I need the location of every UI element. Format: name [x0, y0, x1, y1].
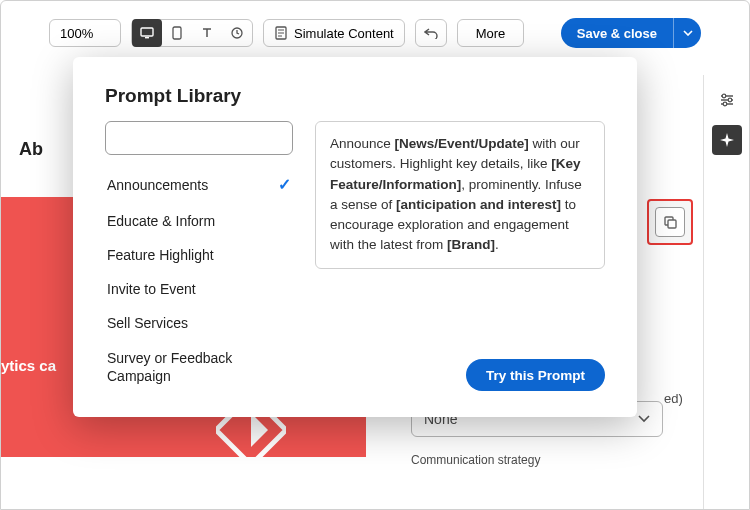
check-icon: ✓ [278, 175, 291, 196]
text-view-button[interactable] [192, 19, 222, 47]
svg-rect-1 [145, 37, 149, 38]
bg-suffix: ed) [664, 391, 683, 406]
undo-button[interactable] [415, 19, 447, 47]
prompt-item[interactable]: Survey or Feedback Campaign [105, 341, 293, 391]
preview-text: Announce [330, 136, 395, 151]
prompt-list: Announcements✓Educate & InformFeature Hi… [105, 167, 293, 391]
desktop-view-button[interactable] [132, 19, 162, 47]
prompt-item[interactable]: Announcements✓ [105, 167, 293, 204]
prompt-preview: Announce [News/Event/Update] with our cu… [315, 121, 605, 269]
preview-text: . [495, 237, 499, 252]
simulate-content-button[interactable]: Simulate Content [263, 19, 405, 47]
svg-point-5 [722, 94, 726, 98]
sliders-icon [718, 91, 736, 109]
preview-bold: [anticipation and interest] [396, 197, 561, 212]
prompt-item-label: Survey or Feedback Campaign [107, 349, 291, 385]
prompt-item-label: Sell Services [107, 314, 188, 332]
search-wrap [105, 121, 293, 155]
ai-rail-button[interactable] [712, 125, 742, 155]
preview-bold: [Brand] [447, 237, 495, 252]
comm-strategy-label: Communication strategy [411, 453, 691, 467]
svg-point-7 [723, 102, 727, 106]
properties-rail-button[interactable] [712, 85, 742, 115]
more-label: More [476, 26, 506, 41]
copy-callout [647, 199, 693, 245]
right-rail [703, 75, 749, 509]
copy-button[interactable] [655, 207, 685, 237]
prompt-item[interactable]: Invite to Event [105, 272, 293, 306]
more-button[interactable]: More [457, 19, 525, 47]
zoom-dropdown[interactable]: 100% [49, 19, 121, 47]
bg-red-text: ytics ca [1, 357, 56, 374]
copy-icon [662, 214, 678, 230]
save-close-dropdown[interactable] [673, 18, 701, 48]
chevron-down-icon [638, 415, 650, 423]
time-view-button[interactable] [222, 19, 252, 47]
modal-right-column: Announce [News/Event/Update] with our cu… [315, 121, 605, 391]
prompt-item[interactable]: Feature Highlight [105, 238, 293, 272]
zoom-value: 100% [60, 26, 93, 41]
page-icon [274, 26, 288, 40]
modal-left-column: Announcements✓Educate & InformFeature Hi… [105, 121, 293, 391]
svg-rect-9 [668, 220, 676, 228]
search-input[interactable] [120, 131, 288, 146]
top-toolbar: 100% Simulate Content More Save & close [1, 17, 749, 49]
svg-rect-2 [173, 27, 181, 39]
svg-rect-0 [141, 28, 153, 36]
prompt-item[interactable]: Educate & Inform [105, 204, 293, 238]
chevron-down-icon [683, 30, 693, 36]
preview-bold: [News/Event/Update] [395, 136, 529, 151]
modal-title: Prompt Library [105, 85, 605, 107]
viewport-modes [131, 19, 253, 47]
svg-point-6 [728, 98, 732, 102]
prompt-item-label: Feature Highlight [107, 246, 214, 264]
sparkle-icon [719, 132, 735, 148]
prompt-item[interactable]: Sell Services [105, 306, 293, 340]
try-prompt-button[interactable]: Try this Prompt [466, 359, 605, 391]
prompt-item-label: Educate & Inform [107, 212, 215, 230]
prompt-item-label: Invite to Event [107, 280, 196, 298]
save-close-button[interactable]: Save & close [561, 18, 673, 48]
prompt-library-modal: Prompt Library Announcements✓Educate & I… [73, 57, 637, 417]
simulate-label: Simulate Content [294, 26, 394, 41]
prompt-item-label: Announcements [107, 176, 208, 194]
mobile-view-button[interactable] [162, 19, 192, 47]
save-close-group: Save & close [561, 18, 701, 48]
